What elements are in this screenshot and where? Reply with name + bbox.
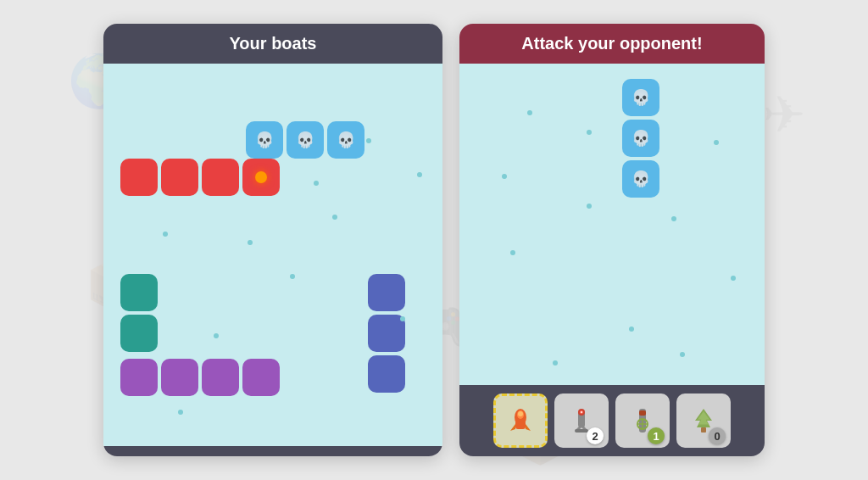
weapons-toolbar: 2 1 0 xyxy=(459,385,765,456)
blue-boat: 💀 💀 💀 xyxy=(246,121,364,159)
grid-dot xyxy=(163,232,168,237)
left-card-footer-bar xyxy=(103,446,442,456)
grid-dot xyxy=(731,276,736,281)
hit-boat-top: 💀 💀 💀 xyxy=(622,79,659,198)
grid-dot xyxy=(502,174,507,179)
grid-dot xyxy=(248,240,253,245)
grid-dot xyxy=(290,274,295,279)
weapon-tree[interactable]: 0 xyxy=(676,393,731,448)
grid-dot xyxy=(714,140,719,145)
grid-dot xyxy=(680,352,685,357)
game-container: Your boats // Will be generated by JS be… xyxy=(103,24,765,456)
grid-dot xyxy=(332,215,337,220)
svg-rect-18 xyxy=(701,427,706,433)
svg-rect-14 xyxy=(639,410,646,416)
teal-boat xyxy=(120,274,158,352)
grid-dot xyxy=(214,333,219,338)
svg-marker-3 xyxy=(526,424,531,431)
grid-dot xyxy=(671,216,676,221)
grid-dot xyxy=(400,316,405,321)
weapon-nuke-count: 2 xyxy=(587,427,604,444)
your-boats-grid: // Will be generated by JS below 💀 💀 💀 xyxy=(103,64,442,446)
weapon-scope[interactable]: 1 xyxy=(615,393,670,448)
grid-dot xyxy=(587,204,592,209)
grid-dot xyxy=(366,138,371,143)
grid-dot xyxy=(417,172,422,177)
svg-rect-11 xyxy=(575,429,588,433)
grid-dot xyxy=(178,410,183,415)
weapon-tree-count: 0 xyxy=(709,427,726,444)
grid-dot xyxy=(587,130,592,135)
grid-dot xyxy=(510,250,515,255)
svg-point-12 xyxy=(581,411,582,413)
weapon-scope-count: 1 xyxy=(648,427,665,444)
attack-header: Attack your opponent! xyxy=(459,24,765,64)
weapon-rocket[interactable] xyxy=(493,393,548,448)
grid-dot xyxy=(314,181,319,186)
attack-card: Attack your opponent! 💀 💀 💀 xyxy=(459,24,765,456)
grid-dot xyxy=(527,110,532,115)
your-boats-header: Your boats xyxy=(103,24,442,64)
svg-rect-1 xyxy=(515,421,526,429)
svg-point-5 xyxy=(518,411,523,416)
rocket-icon xyxy=(505,405,536,436)
weapon-nuke[interactable]: 2 xyxy=(554,393,609,448)
attack-grid[interactable]: 💀 💀 💀 xyxy=(459,64,765,385)
purple-v-boat xyxy=(368,274,405,393)
your-boats-card: Your boats // Will be generated by JS be… xyxy=(103,24,442,456)
grid-dot xyxy=(629,327,634,332)
red-boat xyxy=(120,159,280,196)
grid-dot xyxy=(553,360,558,366)
svg-marker-2 xyxy=(510,424,515,431)
purple-h-boat xyxy=(120,359,280,396)
